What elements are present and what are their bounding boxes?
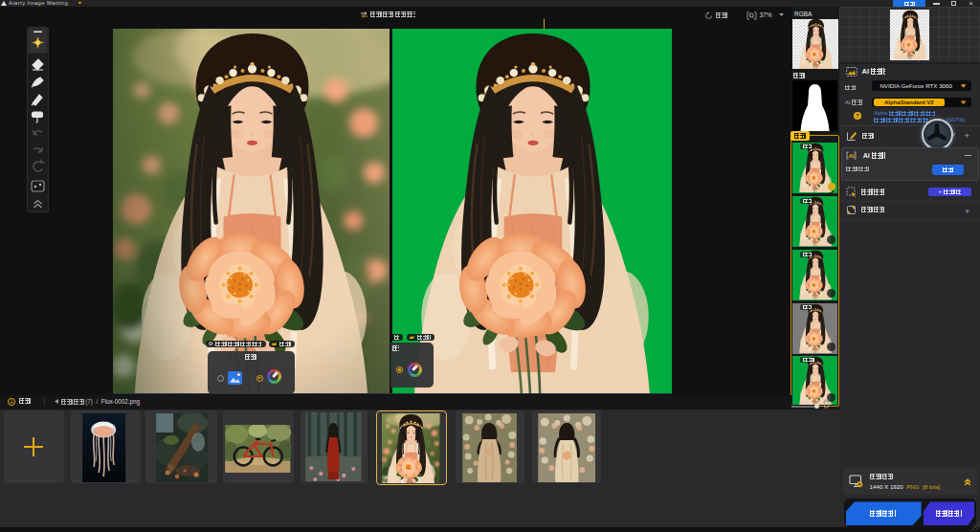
svg-text:AI: AI <box>849 153 855 159</box>
